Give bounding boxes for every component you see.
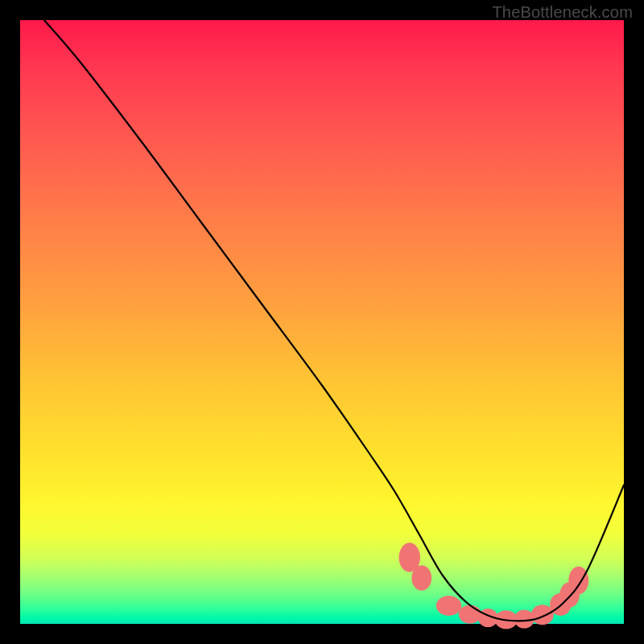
chart-canvas: TheBottleneck.com bbox=[0, 0, 644, 644]
main-curve bbox=[44, 20, 624, 621]
marker-dot bbox=[568, 567, 588, 595]
watermark-text: TheBottleneck.com bbox=[492, 3, 633, 22]
marker-dot bbox=[411, 565, 431, 590]
marker-dot bbox=[531, 605, 554, 625]
curve-layer bbox=[20, 20, 624, 624]
plot-area bbox=[20, 20, 624, 624]
marker-dot bbox=[459, 605, 481, 623]
marker-dot bbox=[436, 596, 461, 616]
marker-group bbox=[399, 543, 589, 629]
